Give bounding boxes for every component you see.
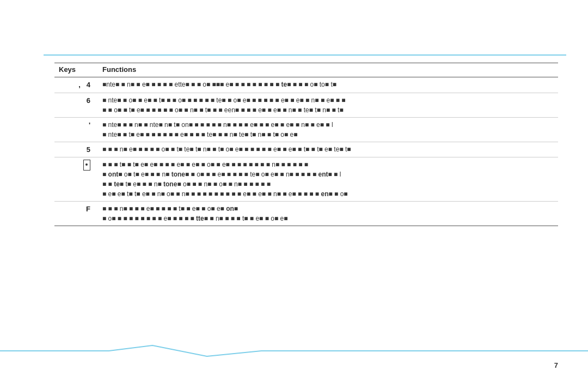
function-cell: ■ ■ ■ t■ ■ t■ e■ e■ ■ ■ ■ e■ ■ e■ ■ o■ ■… [98,157,558,202]
function-cell: ■ nte■ ■ ■ n■ ■ nte■ n■ t■ on■ ■ ■ ■ ■ ■… [98,117,558,142]
key-cell: , 4 [54,77,98,93]
key-cell: ' [54,117,98,142]
function-cell: ■ nte■ ■ o■ ■ e■ ■ t■ ■ ■ o■ ■ ■ ■ ■ ■ t… [98,93,558,117]
col-header-functions: Functions [98,63,558,77]
key-cell: 6 [54,93,98,117]
table-row: ■ ■ ■ t■ ■ t■ e■ e■ ■ ■ ■ e■ ■ e■ ■ o■ ■… [54,157,558,202]
key-cell: 5 [54,142,98,157]
table-row: 5 ■ ■ ■ n■ e■ ■ ■ ■ ■ o■ ■ t■ te■ t■ n■ … [54,142,558,157]
main-table-wrapper: Keys Functions , 4 ■nte■ ■ n■ ■ e■ ■ ■ ■… [54,63,558,226]
function-cell: ■ ■ ■ n■ ■ ■ ■ e■ ■ ■ ■ ■ t■ ■ e■ ■ o■ e… [98,202,558,226]
function-cell: ■nte■ ■ n■ ■ e■ ■ ■ ■ ■ ette■ ■ ■ o■ ■■■… [98,77,558,93]
table-row: , 4 ■nte■ ■ n■ ■ e■ ■ ■ ■ ■ ette■ ■ ■ o■… [54,77,558,93]
top-decorative-line [44,54,566,56]
table-row: 6 ■ nte■ ■ o■ ■ e■ ■ t■ ■ ■ o■ ■ ■ ■ ■ ■… [54,93,558,117]
keys-functions-table: Keys Functions , 4 ■nte■ ■ n■ ■ e■ ■ ■ ■… [54,63,558,226]
function-cell: ■ ■ ■ n■ e■ ■ ■ ■ ■ o■ ■ t■ te■ t■ n■ ■ … [98,142,558,157]
bottom-decorative-line [0,343,588,359]
bracket-icon [83,160,90,171]
key-cell [54,157,98,202]
col-header-keys: Keys [54,63,98,77]
key-cell: F [54,202,98,226]
page-number: 7 [554,361,558,369]
table-row: ' ■ nte■ ■ ■ n■ ■ nte■ n■ t■ on■ ■ ■ ■ ■… [54,117,558,142]
table-row: F ■ ■ ■ n■ ■ ■ ■ e■ ■ ■ ■ ■ t■ ■ e■ ■ o■… [54,202,558,226]
